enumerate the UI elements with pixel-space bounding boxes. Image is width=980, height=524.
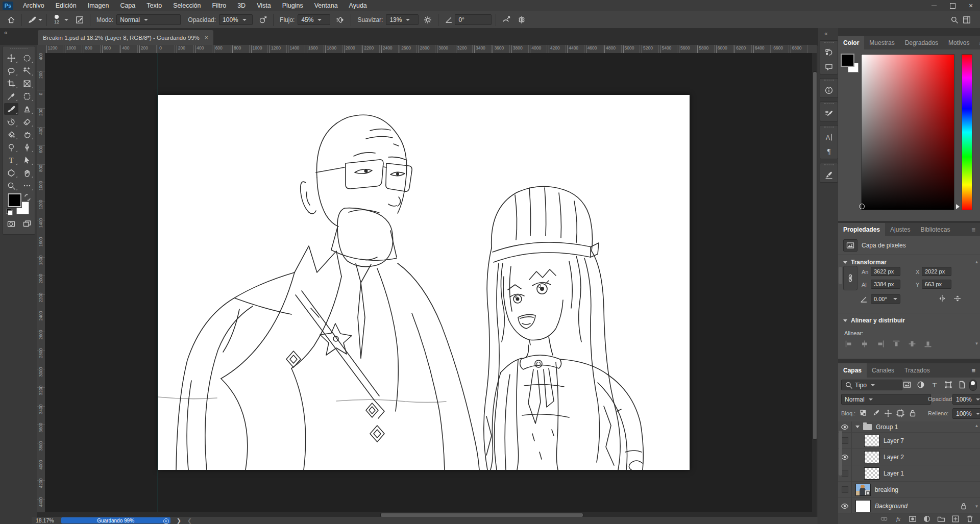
- pressure-opacity-icon[interactable]: [257, 14, 269, 26]
- properties-scroll-thumb[interactable]: [839, 267, 842, 284]
- hue-slider[interactable]: [962, 54, 972, 210]
- link-layers-icon[interactable]: [880, 515, 888, 523]
- document-tab[interactable]: Breakin 1.psd al 18.2% (Layer 8, RGB/8*)…: [38, 30, 213, 45]
- menu-archivo[interactable]: Archivo: [17, 0, 50, 11]
- menu-edici-n[interactable]: Edición: [50, 0, 82, 11]
- delete-layer-icon[interactable]: [966, 515, 974, 523]
- tab-canales[interactable]: Canales: [867, 363, 899, 378]
- dock-info-icon[interactable]: [820, 83, 838, 97]
- status-options-arrow-icon[interactable]: ❯: [177, 517, 181, 524]
- type-filter-icon[interactable]: T: [929, 380, 940, 390]
- align-bottom-icon[interactable]: [922, 339, 934, 348]
- y-field[interactable]: 663 px: [922, 280, 951, 289]
- new-group-icon[interactable]: [937, 515, 945, 523]
- tool-elliptical-marquee-icon[interactable]: [20, 52, 34, 64]
- guide-line[interactable]: [158, 53, 158, 513]
- menu-texto[interactable]: Texto: [141, 0, 167, 11]
- swap-colors-icon[interactable]: [23, 193, 32, 202]
- brush-tool-preset-icon[interactable]: [26, 14, 38, 26]
- group-expand-chevron-icon[interactable]: [855, 426, 860, 428]
- minimize-button-icon[interactable]: [925, 0, 943, 11]
- cancel-save-icon[interactable]: ✕: [163, 518, 169, 524]
- layers-scroll-up-icon[interactable]: ▲: [974, 423, 979, 428]
- tool-lasso-icon[interactable]: [4, 65, 18, 77]
- workspace-switcher-icon[interactable]: [961, 14, 973, 26]
- align-left-icon[interactable]: [843, 339, 854, 348]
- lock-all-icon[interactable]: [908, 409, 918, 418]
- scroll-down-icon[interactable]: ▼: [974, 341, 979, 346]
- layers-scroll-thumb[interactable]: [839, 431, 842, 476]
- tool-hand-icon[interactable]: [20, 167, 34, 179]
- align-center-h-icon[interactable]: [859, 339, 870, 348]
- canvas-pasteboard[interactable]: [45, 53, 817, 513]
- brush-angle-field[interactable]: 0°: [455, 14, 492, 25]
- menu-capa[interactable]: Capa: [114, 0, 141, 11]
- tab-propiedades[interactable]: Propiedades: [838, 223, 885, 236]
- smart-object-filter-icon[interactable]: [957, 380, 968, 390]
- tab-color[interactable]: Color: [838, 36, 864, 49]
- tab-motivos[interactable]: Motivos: [943, 36, 974, 49]
- menu-imagen[interactable]: Imagen: [82, 0, 115, 11]
- shape-filter-icon[interactable]: [943, 380, 954, 390]
- height-field[interactable]: 3384 px: [871, 280, 900, 289]
- layer-thumbnail[interactable]: [864, 451, 879, 463]
- lock-move-icon[interactable]: [883, 409, 893, 418]
- dock-group-grip[interactable]: [824, 42, 834, 45]
- dock-group-grip[interactable]: [824, 80, 834, 83]
- flow-select[interactable]: 45%: [298, 14, 330, 25]
- tool-paint-bucket-icon[interactable]: [4, 129, 18, 140]
- foreground-color-well[interactable]: [842, 55, 853, 66]
- brush-size-picker[interactable]: 12: [51, 15, 62, 24]
- tool-brush-icon[interactable]: [4, 103, 18, 115]
- opacity-select[interactable]: 100%: [219, 14, 253, 25]
- tool-more-tools-icon[interactable]: [20, 180, 34, 191]
- restore-button-icon[interactable]: [943, 0, 962, 11]
- tool-eyedropper-icon[interactable]: [4, 90, 18, 102]
- link-dimensions-button[interactable]: [843, 266, 857, 290]
- blend-mode-select[interactable]: Normal: [116, 14, 181, 25]
- tool-path-selection-icon[interactable]: [20, 154, 34, 166]
- tool-shape-icon[interactable]: [4, 167, 18, 179]
- tab-ajustes[interactable]: Ajustes: [885, 223, 915, 236]
- vertical-ruler[interactable]: 4002000200400600800100012001400160018002…: [37, 53, 45, 513]
- dock-group-grip[interactable]: [824, 164, 834, 167]
- tool-type-icon[interactable]: T: [4, 154, 18, 166]
- layer-row-layer-1[interactable]: Layer 1: [838, 465, 980, 482]
- menu-plugins[interactable]: Plugins: [277, 0, 309, 11]
- layer-thumbnail[interactable]: [864, 467, 879, 480]
- dock-history-icon[interactable]: [820, 45, 838, 60]
- smoothing-select[interactable]: 13%: [386, 14, 419, 25]
- layers-scroll-down-icon[interactable]: ▼: [974, 504, 979, 509]
- layers-panel-menu-icon[interactable]: ≡: [967, 363, 980, 378]
- menu-vista[interactable]: Vista: [251, 0, 277, 11]
- tool-crop-icon[interactable]: [4, 78, 18, 89]
- menu-ayuda[interactable]: Ayuda: [344, 0, 373, 11]
- airbrush-icon[interactable]: [334, 14, 347, 26]
- tool-move-icon[interactable]: [4, 52, 18, 64]
- layer-fill-select[interactable]: 100%: [952, 408, 980, 419]
- tab-degradados[interactable]: Degradados: [900, 36, 943, 49]
- layer-hidden-toggle[interactable]: [838, 482, 852, 497]
- lock-transparent-icon[interactable]: [859, 409, 869, 418]
- dock-group-grip[interactable]: [824, 127, 834, 130]
- layer-thumbnail[interactable]: [855, 484, 871, 496]
- filter-toggle[interactable]: [969, 380, 977, 391]
- lock-artboard-icon[interactable]: [895, 409, 905, 418]
- layer-row-breaking[interactable]: breaking: [838, 482, 980, 498]
- layer-row-group-1[interactable]: Group 1: [838, 421, 980, 433]
- tab-capas[interactable]: Capas: [838, 363, 867, 378]
- layer-effects-icon[interactable]: fx: [894, 515, 902, 523]
- layer-row-layer-7[interactable]: Layer 7: [838, 433, 980, 449]
- smoothing-options-gear-icon[interactable]: [422, 14, 434, 26]
- layer-row-layer-2[interactable]: Layer 2: [838, 449, 980, 465]
- menu-selecci-n[interactable]: Selección: [167, 0, 206, 11]
- color-field-cursor[interactable]: [859, 204, 865, 209]
- align-middle-icon[interactable]: [906, 339, 918, 348]
- new-layer-icon[interactable]: [951, 515, 960, 523]
- dock-group-grip[interactable]: [824, 103, 834, 106]
- layer-opacity-select[interactable]: 100%: [952, 394, 980, 405]
- dock-character-icon[interactable]: A: [820, 130, 838, 144]
- transform-section-header[interactable]: Transformar: [843, 259, 887, 266]
- align-top-icon[interactable]: [891, 339, 902, 348]
- layer-thumbnail[interactable]: [855, 500, 871, 512]
